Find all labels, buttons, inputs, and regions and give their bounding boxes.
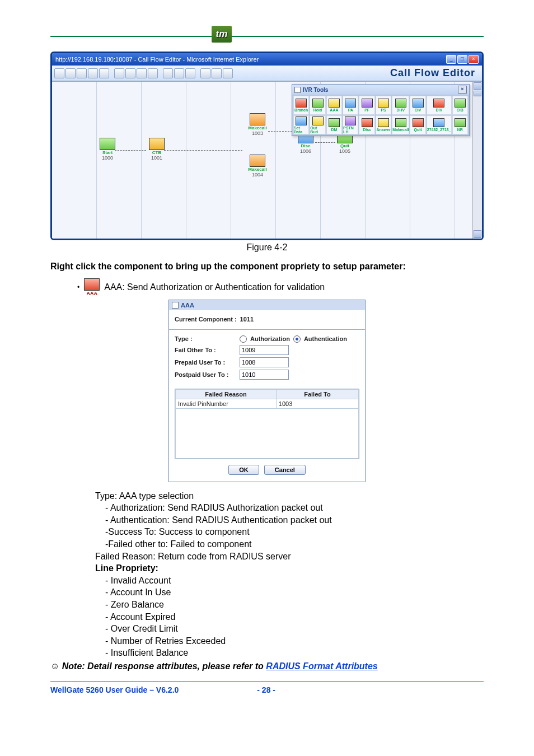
palette-item-quit[interactable]: Quit [410,115,425,134]
node-label: Quit [335,143,354,148]
window-min-button[interactable]: _ [446,55,456,64]
canvas-scrollbar[interactable] [472,82,482,239]
line-propriety-item: - Over Credit Limit [105,623,484,635]
palette-item-set-data[interactable]: Set Data [293,115,309,134]
palette-item-27482-2713-[interactable]: 27482_2713_ [427,115,452,134]
palette-item-ps[interactable]: PS [376,96,391,115]
palette-item-hold[interactable]: Hold [310,96,325,115]
toolbar-copy-icon[interactable] [125,68,135,78]
prepaid-input[interactable] [240,357,289,367]
palette-item-pstn-lh[interactable]: PSTN LH [343,115,358,134]
scrollbar-down-arrow-icon[interactable] [474,230,481,238]
th-failed-to: Failed To [276,389,358,399]
palette-item-branch[interactable]: Branch [293,96,309,115]
aaa-icon [84,278,100,291]
window-max-button[interactable]: □ [457,55,467,64]
palette-item-icon [455,99,466,108]
palette-item-pf[interactable]: PF [359,96,374,115]
palette-item-icon [296,116,307,125]
toolbar-undo-icon[interactable] [163,68,173,78]
node-makecall-1[interactable]: Makecall 1003 [248,113,267,136]
radio-authentication[interactable] [293,335,301,343]
aaa-bullet-text: AAA: Send Authorization or Authenticatio… [104,282,325,292]
toolbar-run-icon[interactable] [223,68,233,78]
palette-item-icon [345,116,356,125]
palette-item-nr[interactable]: NR [452,115,468,134]
palette-item-icon [312,116,324,125]
palette-item-dm[interactable]: DM [326,115,342,134]
palette-item-label: PF [364,108,369,112]
dialog-titlebar[interactable]: AAA [169,300,365,310]
palette-item-dhv[interactable]: DHV [392,96,409,115]
palette-grid: BranchHoldAAAPAPFPSDHVCIVDIVCIBSet DataO… [292,95,469,136]
footer-rule [50,682,484,682]
toolbar-find-icon[interactable] [200,68,210,78]
palette-item-icon [329,99,340,108]
toolbar-grid-icon[interactable] [212,68,222,78]
postpaid-input[interactable] [240,370,289,380]
ivr-tools-palette[interactable]: IVR Tools × BranchHoldAAAPAPFPSDHVCIVDIV… [292,84,470,136]
type-label: Type : [175,335,236,342]
palette-item-icon [433,118,444,127]
scrollbar-up-arrow-icon[interactable] [474,82,481,90]
palette-item-aaa[interactable]: AAA [326,96,342,115]
node-label: Makecall [248,125,267,130]
header-rule [50,36,484,37]
node-id: 1001 [147,155,166,161]
palette-item-label: Hold [313,108,322,112]
cell-failed-reason: Invalid PinNumber [176,399,277,408]
palette-close-button[interactable]: × [458,86,467,94]
flow-wire [115,150,146,151]
window-close-button[interactable]: × [469,55,479,64]
toolbar-delete-icon[interactable] [148,68,158,78]
radio-authorization[interactable] [240,335,247,343]
ok-button[interactable]: OK [228,465,259,475]
toolbar-open-icon[interactable] [65,68,76,78]
palette-item-div[interactable]: DIV [427,96,452,115]
toolbar-save-icon[interactable] [77,68,87,78]
palette-item-makecall[interactable]: Makecall [392,115,409,134]
toolbar-build-icon[interactable] [99,68,109,78]
toolbar-zoom-icon[interactable] [185,68,195,78]
palette-item-icon [296,99,307,108]
palette-titlebar[interactable]: IVR Tools × [292,85,469,95]
node-makecall-2[interactable]: Makecall 1004 [248,155,267,178]
node-ctb[interactable]: CTB 1001 [147,138,166,161]
prepaid-label: Prepaid User To : [175,359,236,366]
toolbar-new-icon[interactable] [54,68,64,78]
palette-item-label: Quit [414,128,422,132]
palette-item-icon [413,99,424,108]
editor-canvas[interactable]: Start 1000 CTB 1001 Makecall 1003 Makeca… [52,81,482,239]
table-row[interactable]: Invalid PinNumber 1003 [176,399,359,408]
failed-table: Failed Reason Failed To Invalid PinNumbe… [175,389,359,459]
flow-wire [164,150,242,151]
footer-page-number: - 28 - [257,685,275,694]
scrollbar-thumb[interactable] [474,91,481,96]
palette-item-cib[interactable]: CIB [452,96,468,115]
palette-item-icon [345,99,356,108]
toolbar-redo-icon[interactable] [174,68,184,78]
palette-item-answer[interactable]: Answer [376,115,391,134]
palette-item-icon [362,118,373,127]
toolbar-cut-icon[interactable] [114,68,124,78]
toolbar-paste-icon[interactable] [137,68,147,78]
palette-item-label: DHV [396,108,405,112]
footer-guide-title: WellGate 5260 User Guide – V6.2.0 [50,685,179,694]
line-propriety-item: - Insufficient Balance [105,647,484,659]
palette-item-out-bud[interactable]: Out Bud [310,115,325,134]
palette-item-disc[interactable]: Disc [359,115,374,134]
node-id: 1004 [248,172,267,178]
fail-other-label: Fail Other To : [175,347,236,353]
palette-item-civ[interactable]: CIV [410,96,425,115]
palette-item-label: DM [331,128,337,132]
aaa-dialog: AAA Current Component : 1011 Type : Auth… [168,300,366,482]
cancel-button[interactable]: Cancel [264,465,306,475]
toolbar-edit-icon[interactable] [88,68,98,78]
fail-other-input[interactable] [240,345,289,355]
radius-format-link[interactable]: RADIUS Format Attributes [266,661,377,671]
palette-item-pa[interactable]: PA [343,96,358,115]
node-start[interactable]: Start 1000 [98,138,117,161]
palette-item-label: Disc [363,128,371,132]
brand-logo: tm [212,26,232,43]
figure-caption: Figure 4-2 [50,242,484,253]
